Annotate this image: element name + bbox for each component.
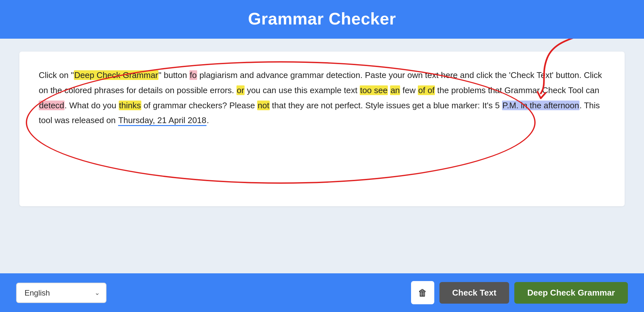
highlight-of-of[interactable]: of of — [418, 85, 435, 95]
highlight-thinks[interactable]: thinks — [119, 101, 141, 110]
language-select[interactable]: English Spanish French German Portuguese — [16, 283, 106, 303]
highlight-date[interactable]: Thursday, 21 April 2018 — [118, 115, 207, 126]
trash-icon: 🗑 — [418, 288, 427, 298]
highlight-not[interactable]: not — [257, 101, 269, 110]
highlight-or[interactable]: or — [236, 85, 245, 95]
app-footer: English Spanish French German Portuguese… — [0, 273, 644, 312]
grammar-text[interactable]: Click on "Deep Check Grammar" button fo … — [39, 68, 605, 128]
footer-buttons: 🗑 Check Text Deep Check Grammar — [411, 281, 628, 304]
highlight-deep-check[interactable]: Deep Check Grammar — [74, 70, 158, 80]
deep-check-grammar-button[interactable]: Deep Check Grammar — [514, 282, 628, 304]
highlight-pm-afternoon[interactable]: P.M. in the afternoon — [502, 101, 579, 110]
highlight-too-see[interactable]: too see — [360, 85, 388, 95]
app-header: Grammar Checker — [0, 0, 644, 39]
highlight-detecd[interactable]: detecd — [39, 101, 65, 110]
app-title: Grammar Checker — [0, 9, 644, 28]
check-text-button[interactable]: Check Text — [439, 282, 509, 304]
highlight-fo[interactable]: fo — [189, 70, 197, 80]
language-selector-wrapper[interactable]: English Spanish French German Portuguese… — [16, 283, 106, 303]
text-editor-area[interactable]: Click on "Deep Check Grammar" button fo … — [19, 52, 625, 206]
highlight-an[interactable]: an — [390, 85, 400, 95]
trash-button[interactable]: 🗑 — [411, 281, 434, 304]
main-content: Click on "Deep Check Grammar" button fo … — [0, 39, 644, 273]
